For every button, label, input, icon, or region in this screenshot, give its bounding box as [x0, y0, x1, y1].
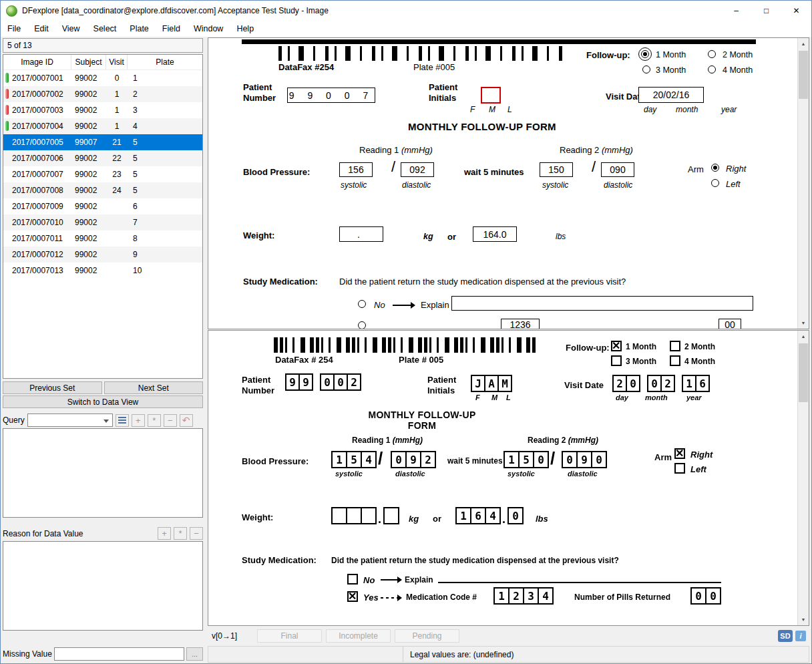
scroll-up-icon[interactable]: ▲ — [798, 331, 809, 342]
incomplete-button[interactable]: Incomplete — [326, 629, 391, 643]
weight-label: Weight: — [243, 230, 274, 240]
query-star-button[interactable]: * — [148, 414, 161, 427]
kg-label: kg — [409, 514, 419, 524]
weight-kg-field[interactable]: . — [339, 226, 383, 242]
table-row[interactable]: 2017/0007007 99002 23 5 — [3, 166, 202, 182]
patient-number-field[interactable]: 9 9 0 0 7 — [287, 88, 375, 103]
scrollbar-thumb[interactable] — [799, 51, 808, 99]
table-row[interactable]: 2017/0007011 99002 8 — [3, 230, 202, 246]
digit-cell: 0 — [320, 373, 335, 391]
menu-help[interactable]: Help — [230, 21, 260, 37]
menu-select[interactable]: Select — [87, 21, 124, 37]
reason-remove-button[interactable]: − — [190, 527, 203, 540]
table-row[interactable]: 2017/0007010 99002 7 — [3, 214, 202, 230]
menu-edit[interactable]: Edit — [27, 21, 55, 37]
query-add-button[interactable]: + — [132, 414, 145, 427]
previous-set-button[interactable]: Previous Set — [3, 381, 102, 394]
table-row[interactable]: 2017/0007003 99002 1 3 — [3, 102, 202, 118]
info-icon[interactable]: i — [795, 631, 806, 641]
bp-diastolic2-field[interactable]: 090 — [601, 162, 634, 177]
digit-cell: 4 — [361, 451, 377, 468]
cell-image-id: 2017/0007010 — [3, 218, 71, 227]
scrollbar-thumb[interactable] — [799, 343, 808, 402]
menu-view[interactable]: View — [55, 21, 87, 37]
scroll-down-icon[interactable]: ▼ — [798, 317, 809, 329]
header-subject[interactable]: Subject — [71, 55, 106, 69]
table-row[interactable]: 2017/0007008 99002 24 5 — [3, 182, 202, 198]
header-image-id[interactable]: Image ID — [3, 55, 71, 69]
day-label: day — [616, 393, 628, 401]
followup-3month-radio[interactable] — [642, 65, 650, 73]
menu-plate[interactable]: Plate — [123, 21, 156, 37]
query-textarea[interactable] — [3, 428, 203, 518]
med-no-radio[interactable] — [358, 300, 366, 308]
query-combobox[interactable] — [27, 413, 113, 427]
table-row[interactable]: 2017/0007002 99002 1 2 — [3, 86, 202, 102]
medication-code-field[interactable]: 1236 — [501, 319, 540, 329]
weight-lbs-decimal-cell: 0 — [508, 507, 524, 524]
table-row[interactable]: 2017/0007006 99002 22 5 — [3, 150, 202, 166]
bp-systolic2-field[interactable]: 150 — [540, 162, 573, 177]
reason-add-button[interactable]: + — [158, 527, 171, 540]
next-set-button[interactable]: Next Set — [104, 381, 204, 394]
rendered-pane-scrollbar: ▲ ▼ — [797, 38, 809, 329]
weight-lbs-field[interactable]: 164.0 — [473, 226, 517, 242]
cell-plate: 8 — [128, 234, 202, 243]
table-row[interactable]: 2017/0007004 99002 1 4 — [3, 118, 202, 134]
maximize-button[interactable]: □ — [751, 1, 781, 21]
arm-right-radio[interactable] — [711, 164, 719, 172]
mmhg-label: (mmHg) — [401, 145, 433, 155]
menu-window[interactable]: Window — [187, 21, 230, 37]
minimize-button[interactable]: – — [721, 1, 751, 21]
menu-field[interactable]: Field — [156, 21, 187, 37]
or-label: or — [447, 232, 456, 242]
reading2-text: Reading 2 — [528, 436, 566, 445]
patient-initials-field-missing[interactable] — [481, 87, 501, 104]
switch-to-data-view-button[interactable]: Switch to Data View — [3, 395, 203, 408]
header-visit[interactable]: Visit — [106, 55, 128, 69]
missing-value-input[interactable] — [54, 647, 184, 661]
query-remove-button[interactable]: − — [164, 414, 177, 427]
pills-returned-field[interactable]: 00 — [719, 319, 741, 329]
month-label: month — [645, 393, 668, 401]
digit-cell: 5 — [518, 451, 534, 468]
reason-star-button[interactable]: * — [174, 527, 187, 540]
browse-button[interactable]: ... — [186, 647, 203, 661]
title-bar: DFexplore [data_coordinator@explore.dfdi… — [1, 1, 811, 21]
followup-4month-radio[interactable] — [708, 65, 716, 73]
explain-field[interactable] — [451, 296, 753, 311]
scroll-down-icon[interactable]: ▼ — [798, 614, 809, 625]
query-list-button[interactable] — [116, 414, 129, 427]
scroll-up-icon[interactable]: ▲ — [798, 38, 809, 49]
bp-systolic1-field[interactable]: 156 — [339, 162, 373, 177]
pending-button[interactable]: Pending — [395, 629, 459, 643]
followup-2month-radio[interactable] — [708, 50, 716, 58]
final-button[interactable]: Final — [257, 629, 322, 643]
arm-left-radio[interactable] — [711, 179, 719, 187]
table-row-selected[interactable]: 2017/0007005 99007 21 5 — [3, 134, 202, 150]
close-button[interactable]: ✕ — [781, 1, 811, 21]
cell-visit: 22 — [106, 154, 128, 163]
table-row[interactable]: 2017/0007009 99002 6 — [3, 198, 202, 214]
table-row[interactable]: 2017/0007013 99002 10 — [3, 263, 202, 279]
query-undo-button[interactable]: ↶ — [180, 414, 193, 427]
digit-cell: 2 — [660, 375, 675, 392]
bp-diastolic1-field[interactable]: 092 — [401, 162, 434, 177]
sidebar: 5 of 13 Image ID Subject Visit Plate 201… — [1, 37, 205, 663]
digit-cell: 1 — [503, 451, 520, 468]
patient-initials-label-line2: Initials — [429, 93, 457, 104]
menu-file[interactable]: File — [1, 21, 27, 37]
visit-date-field[interactable]: 20/02/16 — [638, 87, 704, 103]
cell-subject: 99002 — [71, 266, 106, 275]
digit-cell: 0 — [391, 451, 407, 468]
followup-1month-radio[interactable] — [641, 50, 649, 58]
sd-badge[interactable]: SD — [778, 630, 793, 642]
reason-textarea[interactable] — [3, 541, 203, 631]
table-row[interactable]: 2017/0007001 99002 0 1 — [3, 70, 202, 86]
header-plate[interactable]: Plate — [128, 55, 202, 69]
table-row[interactable]: 2017/0007012 99002 9 — [3, 246, 202, 263]
barcode — [274, 337, 536, 353]
cell-subject: 99002 — [71, 106, 106, 115]
digit-cell: 2 — [508, 587, 524, 605]
med-yes-radio[interactable] — [358, 321, 366, 329]
